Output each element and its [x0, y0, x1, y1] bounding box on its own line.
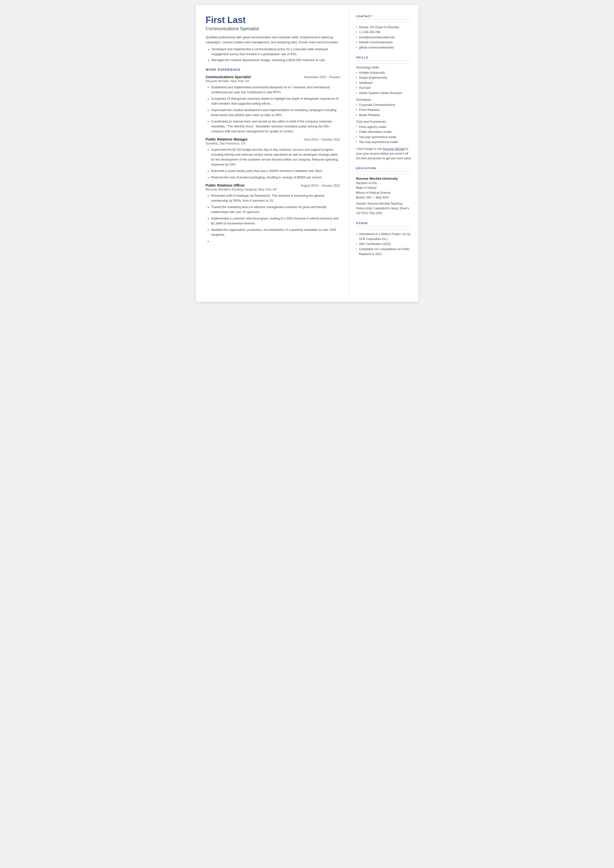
- job-3-bullet-3: Implemented a customer referral program,…: [211, 216, 340, 226]
- candidate-name: First Last: [206, 15, 340, 25]
- job-2: Public Relations Manager June 2013 – Oct…: [206, 137, 340, 180]
- tech-skill-2: Drupal (Experienced): [356, 75, 411, 80]
- job-2-bullet-3: Reduced the cost of product packaging, r…: [211, 175, 340, 180]
- other-item-2: ABC Certification (2022): [356, 242, 411, 247]
- job-3-bullet-1: Reminded staff of meetings via Remind101…: [211, 193, 340, 203]
- job-1-bullet-1: Established and implemented promotional …: [211, 85, 340, 95]
- sidebar-column: CONTACT Denver, OH (Open to Remote) +1-2…: [349, 5, 419, 302]
- tech-skill-1: Airtable (Advanced): [356, 70, 411, 75]
- technique-1: Corporate Communications: [356, 102, 411, 107]
- candidate-title: Communications Specialist: [206, 26, 340, 31]
- skills-section: SKILLS Technology Skills: Airtable (Adva…: [356, 56, 411, 161]
- other-section: OTHER Volunteered in a Writers Project, …: [356, 222, 411, 257]
- technique-2: Press Releases: [356, 107, 411, 112]
- other-item-1: Volunteered in a Writers Project, run by…: [356, 231, 411, 242]
- tools-list: Press agentry model Public information m…: [356, 124, 411, 145]
- job-3: Public Relations Officer August 2010 – J…: [206, 183, 340, 243]
- summary-bullets: Developed and implemented a communicatio…: [212, 47, 340, 63]
- contact-section: CONTACT Denver, OH (Open to Remote) +1-2…: [356, 15, 411, 50]
- job-3-bullets: Reminded staff of meetings via Remind101…: [211, 193, 340, 243]
- job-2-title: Public Relations Manager: [206, 137, 248, 141]
- contact-item-5: github.com/resumeworded: [356, 45, 411, 50]
- tech-skills-list: Airtable (Advanced) Drupal (Experienced)…: [356, 70, 411, 96]
- tech-skills-label: Technology Skills:: [356, 66, 411, 69]
- main-column: First Last Communications Specialist Qua…: [196, 5, 349, 302]
- contact-list: Denver, OH (Open to Remote) +1-234-456-7…: [356, 25, 411, 50]
- skills-header: SKILLS: [356, 56, 411, 61]
- job-3-bullet-4: Handled the organization, production, an…: [211, 227, 340, 237]
- tech-skill-3: JamBoard: [356, 81, 411, 85]
- job-2-bullet-2: Executed a social media policy that saw …: [211, 169, 340, 174]
- resume-worded-link[interactable]: Resume Worded: [383, 147, 405, 151]
- job-2-dates: June 2013 – October 2015: [304, 138, 340, 141]
- education-header: EDUCATION: [356, 167, 411, 171]
- contact-item-3: email@resumeworded.com: [356, 35, 411, 40]
- edu-major: Major in History: [356, 186, 411, 190]
- edu-degree: Bachelor of Arts: [356, 181, 411, 186]
- technique-3: Media Relations: [356, 113, 411, 118]
- tool-1: Press agentry model: [356, 124, 411, 129]
- tool-4: Two-way asymmetrical model: [356, 140, 411, 144]
- contact-item-1: Denver, OH (Open to Remote): [356, 25, 411, 30]
- tools-label: Tools and Frameworks:: [356, 120, 411, 123]
- education-section: EDUCATION Resume Worded University Bache…: [356, 167, 411, 216]
- job-1-title: Communications Specialist: [206, 75, 251, 79]
- job-1-header: Communications Specialist November 2015 …: [206, 75, 340, 79]
- education-divider: [356, 174, 411, 174]
- edu-location-date: Boston, MA — May 2010: [356, 195, 411, 200]
- job-3-title: Public Relations Officer: [206, 183, 245, 187]
- job-3-bullet-2: Trained the marketing team on effective …: [211, 205, 340, 214]
- job-1-bullets: Established and implemented promotional …: [211, 85, 340, 134]
- summary-bullet-1: Developed and implemented a communicatio…: [212, 47, 340, 57]
- tech-skill-5: Adobe Systems Adobe Illustrator: [356, 90, 411, 96]
- other-divider: [356, 229, 411, 229]
- other-header: OTHER: [356, 222, 411, 227]
- other-item-3: Completed 10+ competitions on Public Rel…: [356, 247, 411, 257]
- job-2-bullet-1: Supervised the $2.5M budget and the day-…: [211, 147, 340, 167]
- job-3-bullet-5: [211, 239, 340, 243]
- job-1-dates: November 2015 – Present: [304, 76, 340, 79]
- job-2-company: Growthsi, San Francisco, CA: [206, 142, 340, 145]
- job-3-company: Resume Worded's Exciting Company, New Yo…: [206, 188, 340, 191]
- contact-item-2: +1-234-456-789: [356, 30, 411, 35]
- job-1: Communications Specialist November 2015 …: [206, 75, 340, 134]
- job-1-bullet-2: Composed 15 therapeutic summary sheets t…: [211, 96, 340, 106]
- contact-divider: [356, 22, 411, 22]
- summary-text: Qualified professional with great commun…: [206, 35, 340, 45]
- job-1-bullet-3: Supervised the creative development and …: [211, 108, 340, 118]
- tech-skill-4: YouTube: [356, 85, 411, 90]
- job-3-header: Public Relations Officer August 2010 – J…: [206, 183, 340, 187]
- edu-school: Resume Worded University: [356, 177, 411, 180]
- edu-awards: Awards: Resume Worded Teaching Fellow (o…: [356, 202, 411, 216]
- edu-minors: Minors in Political Science: [356, 191, 411, 195]
- job-2-header: Public Relations Manager June 2013 – Oct…: [206, 137, 340, 141]
- job-1-company: Resume Worded, New York, NY: [206, 79, 340, 83]
- job-3-dates: August 2010 – January 2013: [301, 184, 340, 187]
- other-list: Volunteered in a Writers Project, run by…: [356, 231, 411, 257]
- tool-3: Two-way symmetrical model: [356, 135, 411, 140]
- tool-2: Public information model: [356, 129, 411, 134]
- resume-container: First Last Communications Specialist Qua…: [196, 5, 419, 302]
- header-section: First Last Communications Specialist Qua…: [206, 15, 340, 63]
- techniques-label: Techniques:: [356, 98, 411, 101]
- contact-header: CONTACT: [356, 15, 411, 20]
- techniques-list: Corporate Communications Press Releases …: [356, 102, 411, 118]
- summary-bullet-2: Managed the creative departments' budget…: [212, 57, 340, 63]
- skills-note: • Don't forget to use Resume Worded to s…: [356, 147, 411, 161]
- contact-item-4: linkedin.com/in/username: [356, 40, 411, 45]
- work-experience-header: WORK EXPERIENCE: [206, 68, 340, 71]
- job-2-bullets: Supervised the $2.5M budget and the day-…: [211, 147, 340, 180]
- job-1-bullet-4: Coordinated an internal team and served …: [211, 119, 340, 134]
